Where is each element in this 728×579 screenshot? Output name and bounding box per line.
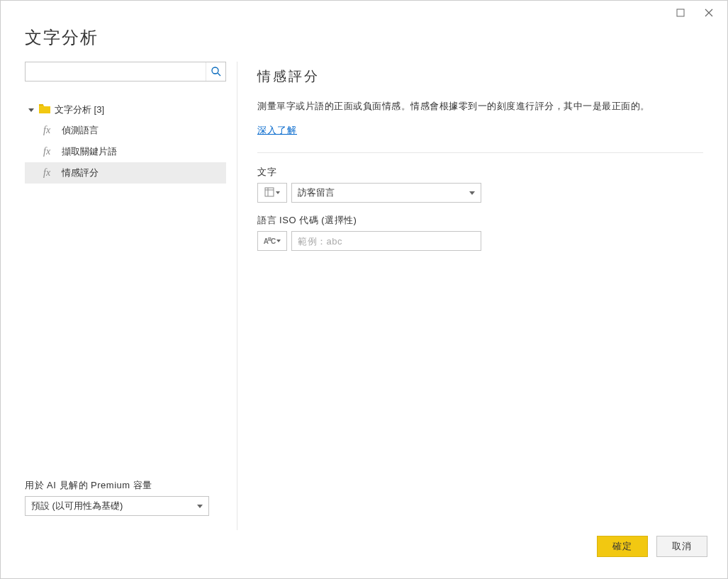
- text-select-value: 訪客留言: [298, 186, 335, 199]
- premium-capacity-section: 用於 AI 見解的 Premium 容量 預設 (以可用性為基礎): [25, 479, 220, 530]
- close-button[interactable]: [695, 3, 723, 23]
- abc-icon: ABC: [264, 237, 276, 245]
- field-language: 語言 ISO 代碼 (選擇性) ABC: [257, 214, 703, 251]
- maximize-button[interactable]: [666, 3, 695, 23]
- column-icon: [264, 187, 274, 199]
- function-icon: fx: [43, 146, 56, 157]
- svg-rect-0: [677, 9, 684, 16]
- premium-label: 用於 AI 見解的 Premium 容量: [25, 479, 220, 492]
- premium-select-value: 預設 (以可用性為基礎): [31, 500, 123, 512]
- svg-rect-3: [39, 104, 43, 106]
- ok-button-label: 確定: [612, 540, 632, 553]
- description-text: 測量單字或片語的正面或負面情感。情感會根據零到一的刻度進行評分，其中一是最正面的…: [257, 99, 703, 114]
- function-icon: fx: [43, 167, 56, 179]
- cancel-button-label: 取消: [672, 540, 692, 553]
- tree-item-label: 情感評分: [62, 167, 99, 179]
- cancel-button[interactable]: 取消: [656, 536, 707, 557]
- function-icon: fx: [43, 125, 56, 136]
- ok-button[interactable]: 確定: [597, 536, 648, 557]
- svg-point-1: [212, 67, 218, 74]
- tree-item-sentiment[interactable]: fx 情感評分: [25, 162, 226, 184]
- language-input[interactable]: [291, 231, 481, 251]
- tree-group-text-analytics[interactable]: 文字分析 [3]: [25, 100, 220, 120]
- folder-icon: [39, 104, 50, 116]
- text-column-select[interactable]: 訪客留言: [291, 183, 481, 203]
- search-box[interactable]: [25, 62, 226, 81]
- search-button[interactable]: [206, 62, 225, 81]
- tree-group-label: 文字分析 [3]: [55, 103, 104, 116]
- caret-down-icon: [469, 191, 475, 195]
- caret-down-icon: [276, 191, 280, 194]
- learn-more-link[interactable]: 深入了解: [257, 124, 297, 137]
- sidebar: 文字分析 [3] fx 偵測語言 fx 擷取關鍵片語 fx 情感評分 用於 AI…: [25, 62, 237, 530]
- dialog-body: 文字分析 [3] fx 偵測語言 fx 擷取關鍵片語 fx 情感評分 用於 AI…: [1, 62, 727, 530]
- tree-item-detect-language[interactable]: fx 偵測語言: [25, 120, 226, 141]
- maximize-icon: [676, 9, 685, 17]
- tree-item-label: 偵測語言: [62, 124, 99, 137]
- main-panel: 情感評分 測量單字或片語的正面或負面情感。情感會根據零到一的刻度進行評分，其中一…: [237, 62, 703, 530]
- svg-rect-4: [265, 188, 274, 196]
- language-type-picker[interactable]: ABC: [257, 231, 287, 251]
- premium-capacity-select[interactable]: 預設 (以可用性為基礎): [25, 496, 209, 516]
- tree-item-extract-phrases[interactable]: fx 擷取關鍵片語: [25, 141, 226, 162]
- dialog-title: 文字分析: [25, 26, 703, 49]
- dialog-window: 文字分析 文字分析 [3]: [0, 0, 728, 579]
- svg-line-2: [218, 73, 220, 76]
- text-type-picker[interactable]: [257, 183, 287, 203]
- chevron-down-icon: [28, 107, 35, 113]
- search-input[interactable]: [26, 62, 206, 81]
- function-tree: 文字分析 [3] fx 偵測語言 fx 擷取關鍵片語 fx 情感評分: [25, 100, 220, 479]
- caret-down-icon: [197, 505, 203, 508]
- field-language-label: 語言 ISO 代碼 (選擇性): [257, 214, 703, 227]
- caret-down-icon: [276, 240, 281, 242]
- section-title: 情感評分: [257, 67, 703, 86]
- dialog-footer: 確定 取消: [1, 530, 727, 578]
- divider: [257, 152, 703, 153]
- tree-item-label: 擷取關鍵片語: [62, 145, 117, 158]
- dialog-header: 文字分析: [1, 25, 727, 62]
- close-icon: [705, 9, 713, 17]
- search-icon: [211, 66, 222, 77]
- field-text: 文字 訪客留言: [257, 166, 703, 203]
- field-text-label: 文字: [257, 166, 703, 179]
- title-bar: [1, 1, 727, 25]
